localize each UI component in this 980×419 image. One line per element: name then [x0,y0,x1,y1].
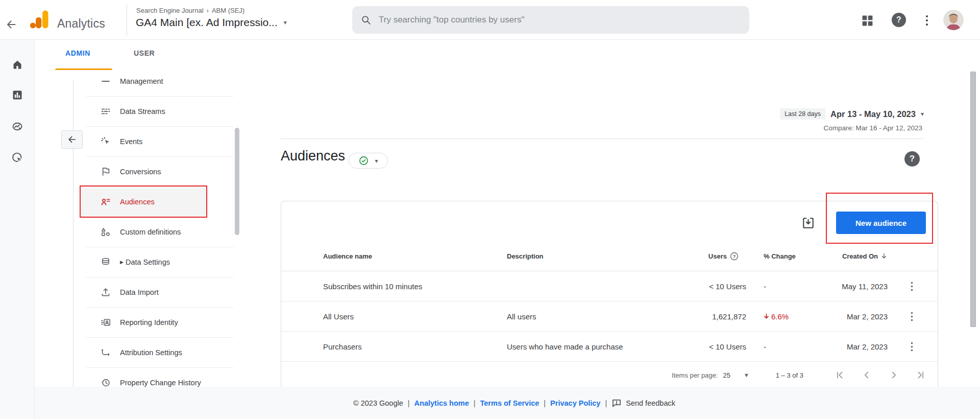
cell-audience-name[interactable]: Purchasers [323,332,362,362]
google-apps-button[interactable] [861,14,874,27]
date-range-text: Apr 13 - May 10, 2023 [830,109,916,119]
more-options-button[interactable] [923,14,931,27]
chevron-down-icon: ▾ [375,158,378,164]
previous-page-icon[interactable] [861,369,872,381]
page-footer: © 2023 Google | Analytics home | Terms o… [0,387,980,419]
audiences-table-card: New audience Audience name Description U… [281,201,938,387]
breadcrumb-account[interactable]: Search Engine Journal [136,7,204,14]
cell-audience-name[interactable]: All Users [323,301,354,332]
download-button[interactable] [801,216,815,230]
items-per-page-label: Items per page: [672,371,718,379]
sidebar-item-property-change-history[interactable]: Property Change History [81,367,206,387]
cell-audience-name[interactable]: Subscribes within 10 minutes [323,271,422,301]
tab-user[interactable]: USER [134,49,155,57]
first-page-icon[interactable] [834,369,845,381]
browser-back-button[interactable] [4,17,18,32]
collapse-menu-button[interactable] [61,130,83,149]
cell-created-on: May 11, 2023 [786,271,888,301]
items-per-page-value[interactable]: 25 [723,371,730,379]
chevron-down-icon: ▾ [284,19,287,26]
cell-users: < 10 Users [636,271,746,301]
admin-menu-panel: Management Data Streams Events Conversio… [35,72,240,387]
grid-icon [861,14,874,27]
table-pagination: Items per page: 25 ▼ 1 – 3 of 3 [281,362,926,387]
sidebar-item-custom-definitions[interactable]: Custom definitions [81,217,206,247]
header-divider [127,4,127,36]
sidebar-item-events[interactable]: Events [81,126,206,156]
sidebar-item-management[interactable]: Management [81,72,206,96]
cell-created-on: Mar 2, 2023 [786,301,888,332]
row-menu-kebab-icon[interactable] [908,301,916,332]
sidebar-item-data-settings[interactable]: ▶ Data Settings [81,247,206,277]
sidebar-item-label: Conversions [120,168,161,176]
property-selector[interactable]: GA4 Main [ex. Ad Impressio... ▾ [136,16,287,29]
ga4-admin-audiences-page: Analytics Search Engine Journal › ABM (S… [0,0,980,419]
footer-separator: | [474,399,476,407]
user-avatar[interactable] [943,10,964,30]
footer-link-analytics-home[interactable]: Analytics home [414,399,469,407]
sidebar-item-label: Data Import [120,288,159,296]
home-icon[interactable] [11,58,23,71]
new-audience-button[interactable]: New audience [836,212,926,234]
advertising-icon[interactable] [11,151,23,164]
help-icon[interactable]: ? [892,13,906,27]
footer-link-terms[interactable]: Terms of Service [480,399,540,407]
send-feedback-button[interactable]: Send feedback [611,398,675,408]
footer-separator: | [544,399,546,407]
cell-change: - [764,332,766,362]
flag-icon [100,166,111,177]
column-header-created-label: Created On [842,252,878,260]
column-header-description: Description [507,241,544,271]
menu-scrollbar-thumb[interactable] [235,128,239,235]
audience-status-pill[interactable]: ▾ [349,153,388,169]
table-row[interactable]: Subscribes within 10 minutes < 10 Users … [281,271,938,301]
items-per-page-caret-icon[interactable]: ▼ [744,373,749,378]
top-bar: Analytics Search Engine Journal › ABM (S… [0,0,980,40]
table-row[interactable]: All Users All users 1,621,872 6.6% Mar 2… [281,301,938,332]
breadcrumb-org[interactable]: ABM (SEJ) [212,7,244,14]
sidebar-item-data-import[interactable]: Data Import [81,277,206,307]
footer-copyright: © 2023 Google [353,399,403,407]
cell-users: 1,621,872 [636,301,746,332]
menu-guide-line [73,80,74,387]
column-header-created-on[interactable]: Created On [786,241,888,271]
sidebar-item-audiences[interactable]: Audiences [81,187,206,217]
date-range-selector[interactable]: Last 28 days Apr 13 - May 10, 2023 ▾ [780,108,924,120]
table-row[interactable]: Purchasers Users who have made a purchas… [281,332,938,362]
sidebar-item-label: Management [120,77,163,85]
sidebar-item-conversions[interactable]: Conversions [81,156,206,187]
sidebar-item-attribution-settings[interactable]: Attribution Settings [81,337,206,367]
sidebar-item-label: Property Change History [120,379,201,387]
sidebar-item-reporting-identity[interactable]: Reporting Identity [81,307,206,337]
page-scrollbar-thumb[interactable] [970,72,976,327]
database-icon [100,257,111,268]
explore-icon[interactable] [11,120,23,132]
last-page-icon[interactable] [915,369,926,381]
property-name: GA4 Main [ex. Ad Impressio... [136,16,278,29]
sidebar-item-data-streams[interactable]: Data Streams [81,96,206,126]
svg-text:?: ? [733,253,736,259]
sidebar-item-label: Reporting Identity [120,318,178,327]
date-preset-badge: Last 28 days [780,108,825,120]
sidebar-item-label: Custom definitions [120,228,181,236]
page-title: Audiences [281,148,345,164]
footer-separator: | [408,399,410,407]
tab-admin[interactable]: ADMIN [65,49,90,57]
users-help-icon[interactable]: ? [730,252,739,261]
footer-link-privacy[interactable]: Privacy Policy [550,399,600,407]
next-page-icon[interactable] [888,369,899,381]
page-help-icon[interactable]: ? [904,151,920,167]
data-streams-icon [100,106,111,117]
row-menu-kebab-icon[interactable] [908,332,916,362]
analytics-logo-icon[interactable] [29,9,50,30]
search-bar[interactable] [352,6,749,34]
shapes-icon [100,226,111,238]
column-header-users[interactable]: Users ? [636,241,739,271]
reports-icon[interactable] [11,89,23,101]
cell-created-on: Mar 2, 2023 [786,332,888,362]
cell-change: - [764,271,766,301]
row-menu-kebab-icon[interactable] [908,271,916,301]
column-header-audience-name: Audience name [323,241,372,271]
search-input[interactable] [378,14,704,26]
sidebar-item-label: Audiences [120,198,155,206]
